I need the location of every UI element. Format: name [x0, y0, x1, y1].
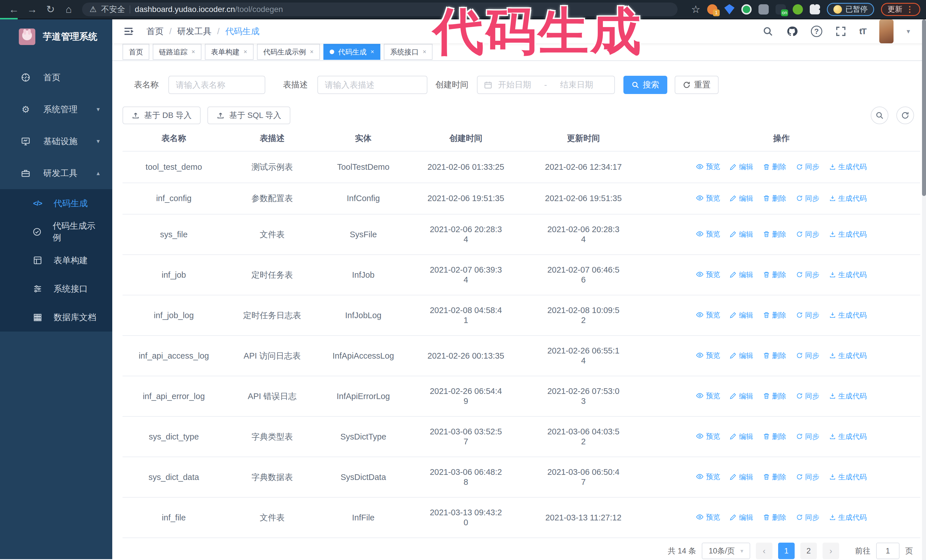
generate-code-link[interactable]: 生成代码: [829, 193, 867, 203]
preview-link[interactable]: 预览: [696, 512, 720, 522]
github-icon[interactable]: [787, 26, 798, 37]
sync-link[interactable]: 同步: [796, 270, 819, 280]
preview-link[interactable]: 预览: [696, 193, 720, 203]
sidebar-collapse-icon[interactable]: [123, 25, 135, 37]
browser-menu-icon[interactable]: ⋮: [906, 5, 914, 14]
close-icon[interactable]: ×: [244, 48, 247, 56]
edit-link[interactable]: 编辑: [730, 512, 753, 522]
edit-link[interactable]: 编辑: [730, 472, 753, 482]
preview-link[interactable]: 预览: [696, 162, 720, 172]
browser-update-button[interactable]: 更新 ⋮: [881, 3, 920, 16]
table-row[interactable]: sys_file 文件表 SysFile 2021-02-06 20:28:3 …: [123, 214, 920, 255]
extension-icon-6[interactable]: [793, 4, 803, 15]
extension-icon-5[interactable]: on: [776, 4, 786, 15]
table-row[interactable]: inf_job_log 定时任务日志表 InfJobLog 2021-02-08…: [123, 295, 920, 335]
generate-code-link[interactable]: 生成代码: [829, 162, 867, 172]
sidebar-item-devtools[interactable]: 研发工具 ▴: [0, 157, 112, 189]
extension-icon-2[interactable]: [724, 4, 735, 15]
delete-link[interactable]: 删除: [763, 270, 787, 280]
generate-code-link[interactable]: 生成代码: [829, 432, 867, 442]
tag-tab-tracing[interactable]: 链路追踪×: [153, 44, 201, 60]
sync-link[interactable]: 同步: [796, 472, 819, 482]
close-icon[interactable]: ×: [191, 48, 195, 56]
sidebar-item-system-api[interactable]: 系统接口: [0, 275, 112, 303]
table-name-input[interactable]: [168, 76, 265, 94]
tag-tab-system-api[interactable]: 系统接口×: [384, 44, 433, 60]
browser-back-button[interactable]: ←: [6, 2, 22, 17]
generate-code-link[interactable]: 生成代码: [829, 351, 867, 361]
table-row[interactable]: inf_file 文件表 InfFile 2021-03-13 09:43:2 …: [123, 497, 920, 538]
goto-page-input[interactable]: [876, 543, 899, 559]
generate-code-link[interactable]: 生成代码: [829, 270, 867, 280]
delete-link[interactable]: 删除: [763, 391, 787, 401]
delete-link[interactable]: 删除: [763, 351, 787, 361]
page-button-1[interactable]: 1: [778, 543, 794, 559]
breadcrumb-home[interactable]: 首页: [147, 26, 163, 37]
edit-link[interactable]: 编辑: [730, 229, 753, 239]
extension-icon-3[interactable]: [741, 4, 752, 15]
toggle-search-button[interactable]: [871, 107, 888, 124]
search-icon[interactable]: [763, 26, 773, 37]
table-row[interactable]: sys_dict_type 字典类型表 SysDictType 2021-03-…: [123, 417, 920, 457]
sidebar-item-system[interactable]: ⚙ 系统管理 ▾: [0, 94, 112, 125]
edit-link[interactable]: 编辑: [730, 432, 753, 442]
tag-tab-codegen[interactable]: 代码生成×: [324, 44, 381, 60]
extension-icon-4[interactable]: [758, 4, 769, 15]
sidebar-item-form-builder[interactable]: 表单构建: [0, 246, 112, 275]
sync-link[interactable]: 同步: [796, 351, 819, 361]
table-desc-input[interactable]: [318, 76, 427, 94]
close-icon[interactable]: ×: [371, 48, 374, 56]
edit-link[interactable]: 编辑: [730, 193, 753, 203]
edit-link[interactable]: 编辑: [730, 270, 753, 280]
browser-forward-button[interactable]: →: [24, 2, 41, 17]
preview-link[interactable]: 预览: [696, 310, 720, 320]
sync-link[interactable]: 同步: [796, 193, 819, 203]
tag-tab-home[interactable]: 首页: [123, 44, 149, 60]
delete-link[interactable]: 删除: [763, 432, 787, 442]
sidebar-item-infra[interactable]: 基础设施 ▾: [0, 125, 112, 157]
preview-link[interactable]: 预览: [696, 350, 720, 360]
sidebar-item-codegen-demo[interactable]: 代码生成示例: [0, 217, 112, 246]
preview-link[interactable]: 预览: [696, 431, 720, 441]
logo-row[interactable]: 芋道管理系统: [0, 20, 112, 54]
edit-link[interactable]: 编辑: [730, 162, 753, 172]
font-size-icon[interactable]: tT: [859, 27, 866, 36]
table-row[interactable]: inf_api_access_log API 访问日志表 InfApiAcces…: [123, 335, 920, 376]
table-row[interactable]: inf_api_error_log API 错误日志 InfApiErrorLo…: [123, 376, 920, 417]
sync-link[interactable]: 同步: [796, 229, 819, 239]
fullscreen-icon[interactable]: [835, 26, 846, 37]
breadcrumb-devtools[interactable]: 研发工具: [177, 26, 212, 37]
reset-button[interactable]: 重置: [675, 76, 719, 94]
sync-link[interactable]: 同步: [796, 391, 819, 401]
sidebar-item-home[interactable]: 首页: [0, 62, 112, 94]
refresh-table-button[interactable]: [896, 107, 914, 124]
generate-code-link[interactable]: 生成代码: [829, 391, 867, 401]
user-avatar[interactable]: [879, 20, 894, 43]
help-icon[interactable]: ?: [811, 26, 822, 37]
generate-code-link[interactable]: 生成代码: [829, 310, 867, 320]
generate-code-link[interactable]: 生成代码: [829, 229, 867, 239]
preview-link[interactable]: 预览: [696, 472, 720, 482]
table-row[interactable]: inf_config 参数配置表 InfConfig 2021-02-06 19…: [123, 183, 920, 214]
page-size-select[interactable]: 10条/页 ▾: [702, 543, 750, 559]
tag-tab-form-builder[interactable]: 表单构建×: [205, 44, 254, 60]
scrollbar-thumb[interactable]: [922, 20, 926, 196]
edit-link[interactable]: 编辑: [730, 391, 753, 401]
close-icon[interactable]: ×: [422, 48, 426, 56]
date-range-picker[interactable]: 开始日期 - 结束日期: [477, 76, 615, 94]
sidebar-item-db-doc[interactable]: 数据库文档: [0, 303, 112, 332]
generate-code-link[interactable]: 生成代码: [829, 512, 867, 522]
delete-link[interactable]: 删除: [763, 512, 787, 522]
delete-link[interactable]: 删除: [763, 162, 787, 172]
sidebar-item-codegen[interactable]: </> 代码生成: [0, 189, 112, 217]
generate-code-link[interactable]: 生成代码: [829, 472, 867, 482]
sync-link[interactable]: 同步: [796, 512, 819, 522]
page-button-2[interactable]: 2: [800, 543, 817, 559]
next-page-button[interactable]: ›: [823, 543, 839, 559]
preview-link[interactable]: 预览: [696, 269, 720, 279]
avatar-caret-icon[interactable]: ▾: [906, 27, 910, 35]
extensions-puzzle-icon[interactable]: [810, 4, 820, 15]
delete-link[interactable]: 删除: [763, 310, 787, 320]
browser-home-button[interactable]: ⌂: [61, 2, 77, 17]
tag-tab-codegen-demo[interactable]: 代码生成示例×: [257, 44, 320, 60]
